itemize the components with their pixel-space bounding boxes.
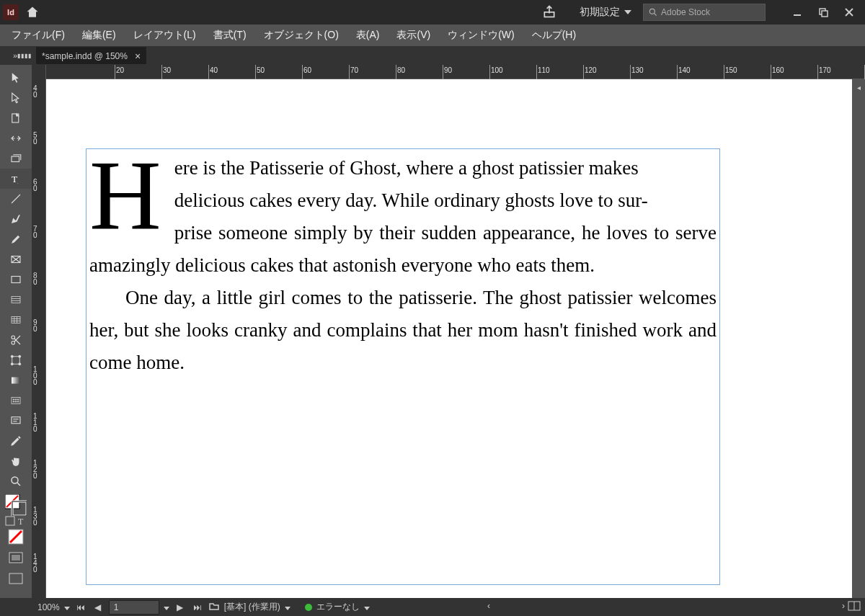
prev-page-button[interactable]: ◀ xyxy=(92,600,105,615)
menu-type[interactable]: 書式(T) xyxy=(205,26,255,45)
menu-file[interactable]: ファイル(F) xyxy=(3,26,74,45)
menu-window[interactable]: ウィンドウ(W) xyxy=(439,26,523,45)
menu-table[interactable]: 表(A) xyxy=(347,26,389,45)
workspace-dropdown[interactable]: 初期設定 xyxy=(572,3,639,22)
vertical-ruler[interactable]: 405060708090100110120130140150 xyxy=(32,79,46,598)
view-mode-toggle[interactable] xyxy=(8,550,24,568)
svg-rect-56 xyxy=(12,555,20,561)
hruler-tick: 140 xyxy=(678,66,691,74)
gradient-feather-tool[interactable] xyxy=(0,390,32,411)
maximize-button[interactable] xyxy=(810,2,836,22)
hruler-tick: 100 xyxy=(491,66,503,74)
close-button[interactable] xyxy=(836,2,862,22)
document-canvas[interactable]: H ere is the Patisserie of Ghost, where … xyxy=(46,79,852,598)
page-number-field[interactable]: 1 xyxy=(109,600,159,615)
document-tab[interactable]: *sample.indd @ 150% × xyxy=(36,47,146,64)
horizontal-ruler[interactable]: 2030405060708090100110120130140150160170… xyxy=(32,65,865,79)
content-collector-tool[interactable] xyxy=(0,148,32,169)
home-button[interactable] xyxy=(23,3,42,22)
next-page-button[interactable]: ▶ xyxy=(174,600,187,615)
expand-panels-icon[interactable]: »▮▮▮▮ xyxy=(0,46,36,65)
preflight-status-icon xyxy=(305,604,312,611)
share-icon[interactable] xyxy=(542,4,556,21)
scroll-right-icon[interactable]: › xyxy=(842,601,845,613)
preflight-profile-dropdown-icon[interactable] xyxy=(285,602,290,612)
free-transform-tool[interactable] xyxy=(0,350,32,370)
last-page-button[interactable]: ⏭ xyxy=(191,600,204,615)
svg-line-2 xyxy=(655,14,657,16)
menu-object[interactable]: オブジェクト(O) xyxy=(255,26,347,45)
apply-color-none[interactable] xyxy=(8,529,24,547)
hruler-tick: 130 xyxy=(631,66,644,74)
pencil-tool[interactable] xyxy=(0,229,32,249)
para2: One day, a little girl comes to the pati… xyxy=(89,282,717,379)
zoom-tool[interactable] xyxy=(0,471,32,491)
split-view-icon[interactable] xyxy=(848,601,861,613)
svg-point-37 xyxy=(15,399,17,401)
line-tool[interactable] xyxy=(0,189,32,209)
vruler-tick: 120 xyxy=(33,460,37,479)
page-tool[interactable] xyxy=(0,108,32,128)
minimize-button[interactable] xyxy=(784,2,810,22)
pen-tool[interactable] xyxy=(0,209,32,229)
search-placeholder: Adobe Stock xyxy=(661,7,710,17)
direct-selection-tool[interactable] xyxy=(0,88,32,108)
hand-tool[interactable] xyxy=(0,451,32,471)
svg-rect-29 xyxy=(12,357,20,365)
eyedropper-tool[interactable] xyxy=(0,431,32,451)
expand-right-icon[interactable]: ◂ xyxy=(853,82,864,92)
gradient-swatch-tool[interactable] xyxy=(0,370,32,390)
hruler-tick: 30 xyxy=(163,66,171,74)
text-frame[interactable]: H ere is the Patisserie of Ghost, where … xyxy=(86,148,720,585)
menu-help[interactable]: ヘルプ(H) xyxy=(523,26,585,45)
svg-rect-16 xyxy=(12,277,20,283)
menu-layout[interactable]: レイアウト(L) xyxy=(125,26,205,45)
svg-point-45 xyxy=(12,477,18,483)
svg-point-40 xyxy=(15,401,17,403)
grid2-tool[interactable] xyxy=(0,310,32,330)
rectangle-frame-tool[interactable] xyxy=(0,249,32,269)
vruler-tick: 100 xyxy=(33,366,37,385)
scissors-tool[interactable] xyxy=(0,330,32,350)
fill-stroke-swatch[interactable] xyxy=(5,494,27,513)
svg-rect-34 xyxy=(12,378,20,384)
hruler-tick: 150 xyxy=(725,66,737,74)
svg-point-38 xyxy=(17,399,19,401)
stock-search[interactable]: Adobe Stock xyxy=(643,4,766,21)
note-tool[interactable] xyxy=(0,411,32,431)
document-tab-title: *sample.indd @ 150% xyxy=(42,51,128,61)
screen-mode-toggle[interactable] xyxy=(8,571,24,589)
hruler-tick: 110 xyxy=(538,66,550,74)
page-dropdown-icon[interactable] xyxy=(164,602,169,612)
preflight-dropdown-icon[interactable] xyxy=(364,602,370,612)
workspace-label: 初期設定 xyxy=(580,6,620,19)
vruler-tick: 70 xyxy=(33,226,37,238)
svg-rect-9 xyxy=(12,156,19,162)
menu-edit[interactable]: 編集(E) xyxy=(74,26,125,45)
first-page-button[interactable]: ⏮ xyxy=(74,600,87,615)
svg-line-28 xyxy=(14,336,20,342)
menu-view[interactable]: 表示(V) xyxy=(388,26,439,45)
hruler-tick: 160 xyxy=(772,66,784,74)
rectangle-tool[interactable] xyxy=(0,269,32,290)
svg-line-46 xyxy=(17,483,20,486)
page: H ere is the Patisserie of Ghost, where … xyxy=(46,79,852,598)
vruler-tick: 80 xyxy=(33,272,37,285)
preflight-status[interactable]: エラーなし xyxy=(316,601,360,613)
container-text-toggle[interactable]: T xyxy=(5,516,27,526)
gap-tool[interactable] xyxy=(0,128,32,148)
zoom-dropdown-icon[interactable] xyxy=(64,602,70,612)
selection-tool[interactable] xyxy=(0,68,32,88)
para1-line1: ere is the Patisserie of Ghost, where a … xyxy=(174,157,639,179)
open-icon[interactable] xyxy=(208,600,220,614)
grid1-tool[interactable] xyxy=(0,290,32,310)
collapsed-panels[interactable]: ◂ xyxy=(852,79,865,598)
svg-rect-17 xyxy=(12,297,20,303)
scroll-left-icon[interactable]: ‹ xyxy=(487,601,490,613)
type-tool[interactable]: T. xyxy=(0,169,32,189)
svg-line-27 xyxy=(14,339,20,344)
svg-point-30 xyxy=(11,355,13,357)
preflight-profile[interactable]: [基本] (作業用) xyxy=(224,601,280,613)
document-tab-close-icon[interactable]: × xyxy=(135,50,141,62)
svg-text:T: T xyxy=(18,517,24,526)
